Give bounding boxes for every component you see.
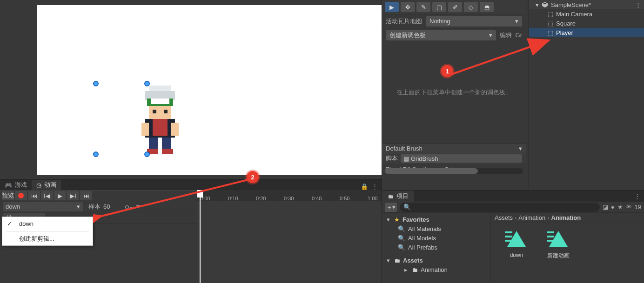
tile-palette-panel: ▶ ✥ ✎ ▢ ✐ ◇ ◓ 活动瓦片地图 Nothing ▾ 创建新调色板 ▾ … bbox=[382, 0, 526, 190]
search-icon: 🔍 bbox=[398, 235, 405, 242]
scene-canvas[interactable] bbox=[37, 5, 382, 175]
record-button[interactable] bbox=[15, 191, 27, 200]
create-palette-dropdown[interactable]: 创建新调色板 ▾ bbox=[386, 30, 496, 40]
asset-item[interactable]: down bbox=[500, 228, 533, 258]
asset-label: down bbox=[510, 252, 523, 258]
kebab-menu-icon[interactable]: ⋮ bbox=[631, 193, 644, 200]
grid-button[interactable]: Gr bbox=[516, 32, 522, 39]
brush-dropdown[interactable]: Default Brush ▾ bbox=[382, 143, 526, 153]
svg-rect-4 bbox=[149, 106, 171, 119]
tool-eraser[interactable]: ◇ bbox=[464, 2, 478, 12]
next-key-icon: ▶Ⅰ bbox=[70, 192, 76, 199]
tool-fill[interactable]: ◓ bbox=[480, 2, 494, 12]
prev-key-button[interactable]: Ⅰ◀ bbox=[41, 191, 53, 200]
playhead-flag[interactable] bbox=[197, 190, 203, 197]
asset-item[interactable]: 新建动画 bbox=[542, 228, 575, 260]
clip-dropdown[interactable]: down ▾ bbox=[3, 202, 83, 211]
hierarchy-scene-row[interactable]: ▾ SampleScene* ⋮ bbox=[529, 0, 644, 9]
create-asset-button[interactable]: ＋▾ bbox=[385, 203, 397, 212]
hierarchy-item-main-camera[interactable]: ⬚ Main Camera bbox=[529, 9, 644, 19]
kebab-menu-icon[interactable]: ⋮ bbox=[635, 1, 641, 8]
gamepad-icon: 🎮 bbox=[5, 182, 12, 189]
brush-name: Default Brush bbox=[386, 145, 423, 152]
breadcrumb-item[interactable]: Animation bbox=[551, 214, 581, 221]
next-key-button[interactable]: ▶Ⅰ bbox=[67, 191, 79, 200]
create-palette-label: 创建新调色板 bbox=[389, 31, 426, 39]
svg-rect-12 bbox=[162, 138, 171, 151]
ctx-item-new-clip[interactable]: 创建新剪辑... bbox=[2, 232, 93, 245]
tab-game-label: 游戏 bbox=[15, 181, 27, 189]
hidden-count: 19 bbox=[635, 204, 641, 211]
fav-item-label: All Models bbox=[408, 235, 436, 242]
caret-right-icon: ▸ bbox=[404, 266, 409, 273]
tool-brush[interactable]: ✎ bbox=[416, 2, 430, 12]
transform-handle-tr[interactable] bbox=[144, 81, 150, 86]
horizontal-scrollbar[interactable] bbox=[385, 168, 523, 174]
scrollbar-thumb[interactable] bbox=[385, 168, 478, 174]
tree-favorites[interactable]: ▾ ★ Favorites bbox=[382, 215, 490, 224]
tool-move[interactable]: ✥ bbox=[401, 2, 415, 12]
animation-tabs: 🎮 游戏 ◷ 动画 🔒 ⋮ bbox=[0, 180, 382, 190]
asset-label: 新建动画 bbox=[547, 252, 570, 260]
tab-project[interactable]: 🖿 项目 bbox=[382, 191, 414, 202]
tree-fav-all-models[interactable]: 🔍All Models bbox=[382, 233, 490, 243]
caret-down-icon: ▾ bbox=[387, 257, 391, 264]
first-frame-button[interactable]: ⏮ bbox=[28, 191, 40, 200]
last-frame-button[interactable]: ⏭ bbox=[80, 191, 92, 200]
player-sprite[interactable] bbox=[132, 79, 188, 158]
project-panel: 🖿 项目 ⋮ ＋▾ 🔍 ◪ ● ★ 👁 19 ▾ ★ Favorites 🔍Al… bbox=[382, 190, 644, 283]
timeline-ruler[interactable]: 0:00 0:10 0:20 0:30 0:40 0:50 1:00 bbox=[197, 190, 382, 201]
search-icon: 🔍 bbox=[403, 204, 411, 211]
add-event-button[interactable]: ⏷ bbox=[135, 203, 141, 210]
project-toolbar: ＋▾ 🔍 ◪ ● ★ 👁 19 bbox=[382, 202, 644, 213]
project-search[interactable]: 🔍 bbox=[400, 203, 600, 212]
active-tilemap-label: 活动瓦片地图 bbox=[386, 17, 422, 26]
tree-assets-animation[interactable]: ▸ 🖿 Animation bbox=[382, 265, 490, 274]
sample-value: 60 bbox=[103, 203, 110, 210]
chevron-down-icon: ▾ bbox=[515, 18, 518, 25]
active-tilemap-dropdown[interactable]: Nothing ▾ bbox=[426, 16, 522, 26]
play-icon: ▶ bbox=[58, 192, 62, 199]
ctx-item-down[interactable]: down bbox=[2, 217, 93, 230]
transform-handle-tl[interactable] bbox=[93, 81, 99, 86]
tree-assets[interactable]: ▾ 🖿 Assets bbox=[382, 256, 490, 265]
hidden-toggle-icon[interactable]: 👁 bbox=[626, 204, 632, 211]
svg-rect-5 bbox=[153, 110, 156, 113]
script-field[interactable]: ▤ GridBrush bbox=[401, 154, 522, 163]
timeline-body[interactable] bbox=[197, 201, 382, 283]
lock-icon[interactable]: 🔒 bbox=[361, 183, 368, 190]
tree-fav-all-prefabs[interactable]: 🔍All Prefabs bbox=[382, 243, 490, 252]
chevron-down-icon: ▾ bbox=[489, 32, 492, 39]
fav-item-label: All Materials bbox=[408, 225, 441, 232]
tool-box[interactable]: ▢ bbox=[432, 2, 446, 12]
filter-label-icon[interactable]: ★ bbox=[617, 204, 623, 211]
kebab-menu-icon[interactable]: ⋮ bbox=[372, 183, 378, 190]
preview-button[interactable]: 预览 bbox=[2, 191, 14, 200]
hierarchy-item-square[interactable]: ⬚ Square bbox=[529, 19, 644, 28]
filter-favorite-icon[interactable]: ◪ bbox=[603, 204, 608, 211]
caret-down-icon: ▾ bbox=[536, 1, 539, 8]
tree-fav-all-materials[interactable]: 🔍All Materials bbox=[382, 224, 490, 233]
filter-type-icon[interactable]: ● bbox=[611, 204, 615, 211]
tree-item-label: Animation bbox=[421, 266, 448, 273]
tab-animation[interactable]: ◷ 动画 bbox=[32, 180, 61, 190]
tab-project-label: 项目 bbox=[396, 192, 409, 200]
play-button[interactable]: ▶ bbox=[54, 191, 66, 200]
transform-handle-br[interactable] bbox=[144, 151, 150, 157]
tool-select[interactable]: ▶ bbox=[385, 2, 399, 12]
hierarchy-item-label: Main Camera bbox=[556, 11, 592, 18]
breadcrumb-item[interactable]: Animation bbox=[518, 214, 545, 221]
folder-icon: 🖿 bbox=[394, 257, 400, 264]
sample-label: 样本 bbox=[88, 203, 101, 211]
breadcrumb-item[interactable]: Assets bbox=[495, 214, 513, 221]
add-key-button[interactable]: ◇₊ bbox=[125, 203, 133, 210]
sample-field[interactable]: 60 bbox=[103, 203, 122, 210]
hierarchy-item-player[interactable]: ⬚ Player bbox=[529, 28, 644, 37]
tool-picker[interactable]: ✐ bbox=[448, 2, 462, 12]
edit-button[interactable]: 编辑 bbox=[500, 31, 512, 39]
tab-game[interactable]: 🎮 游戏 bbox=[0, 180, 32, 190]
transform-handle-bl[interactable] bbox=[93, 151, 99, 157]
playhead[interactable] bbox=[197, 190, 203, 283]
script-row: 脚本 ▤ GridBrush bbox=[382, 153, 526, 164]
search-icon: 🔍 bbox=[398, 244, 405, 251]
